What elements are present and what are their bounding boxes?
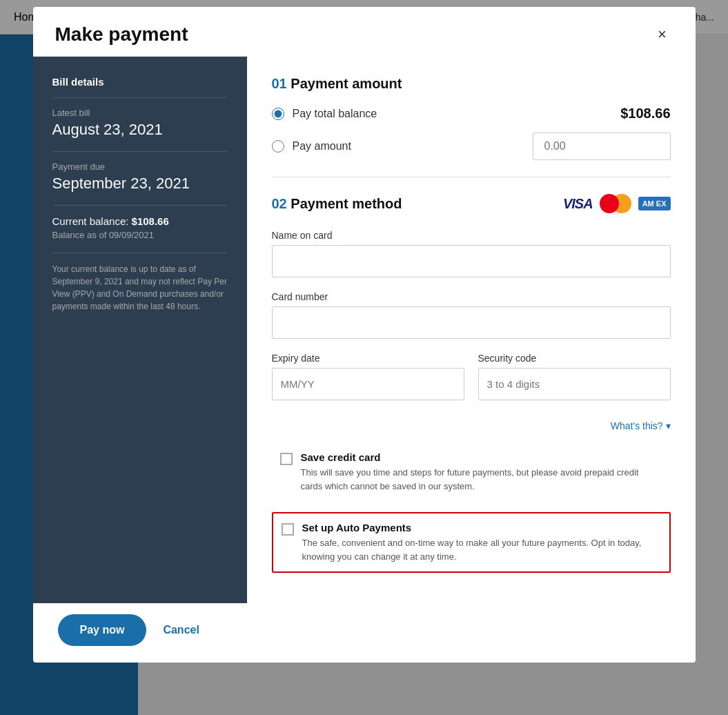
current-balance-value: $108.66 bbox=[132, 215, 169, 227]
close-icon: × bbox=[658, 26, 667, 43]
pay-amount-label: Pay amount bbox=[293, 140, 533, 153]
sidebar-divider-1 bbox=[52, 97, 228, 98]
whats-this-link[interactable]: What's this? ▾ bbox=[611, 420, 671, 431]
modal-body: Bill details Latest bill August 23, 2021… bbox=[33, 57, 696, 603]
sidebar-divider-4 bbox=[52, 253, 228, 253]
auto-payments-box: Set up Auto Payments The safe, convenien… bbox=[272, 512, 671, 573]
mastercard-red-circle bbox=[600, 194, 619, 213]
payment-due-value: September 23, 2021 bbox=[52, 175, 228, 193]
auto-payments-text: Set up Auto Payments The safe, convenien… bbox=[302, 522, 661, 563]
current-balance-label: Current balance: bbox=[52, 215, 129, 227]
auto-payments-option: Set up Auto Payments The safe, convenien… bbox=[273, 513, 669, 571]
mastercard-icon bbox=[600, 194, 631, 213]
save-credit-card-option: Save credit card This will save you time… bbox=[272, 443, 671, 501]
name-on-card-input[interactable] bbox=[272, 245, 671, 277]
whats-this-container: What's this? ▾ bbox=[272, 420, 671, 432]
save-credit-card-title: Save credit card bbox=[301, 451, 662, 463]
card-number-label: Card number bbox=[272, 291, 671, 302]
security-input[interactable] bbox=[478, 368, 671, 400]
chevron-down-icon: ▾ bbox=[666, 420, 671, 431]
security-group: Security code bbox=[478, 353, 671, 400]
payment-amount-title: 01 Payment amount bbox=[272, 76, 671, 92]
latest-bill-label: Latest bill bbox=[52, 108, 228, 118]
modal-overlay: Make payment × Bill details Latest bill … bbox=[0, 0, 728, 715]
save-credit-card-desc: This will save you time and steps for fu… bbox=[301, 466, 662, 493]
modal-title: Make payment bbox=[55, 23, 188, 46]
visa-icon: VISA bbox=[563, 196, 593, 212]
main-content: 01 Payment amount Pay total balance $108… bbox=[247, 57, 696, 603]
pay-now-button[interactable]: Pay now bbox=[58, 614, 147, 646]
security-col: Security code bbox=[478, 353, 671, 414]
pay-amount-input[interactable] bbox=[533, 133, 671, 160]
card-icons: VISA AM EX bbox=[563, 194, 671, 213]
auto-payments-desc: The safe, convenient and on-time way to … bbox=[302, 536, 661, 563]
sidebar-note: Your current balance is up to date as of… bbox=[52, 263, 228, 313]
auto-payments-title: Set up Auto Payments bbox=[302, 522, 661, 533]
cancel-link[interactable]: Cancel bbox=[163, 624, 199, 636]
expiry-security-row: Expiry date Security code bbox=[272, 353, 671, 414]
modal-header: Make payment × bbox=[33, 7, 696, 57]
current-balance-line: Current balance: $108.66 bbox=[52, 215, 228, 227]
expiry-group: Expiry date bbox=[272, 353, 464, 400]
modal-footer: Pay now Cancel bbox=[33, 603, 696, 663]
card-number-group: Card number bbox=[272, 291, 671, 339]
expiry-col: Expiry date bbox=[272, 353, 464, 414]
name-on-card-label: Name on card bbox=[272, 230, 671, 241]
sidebar-section-title: Bill details bbox=[52, 76, 228, 88]
balance-as-of: Balance as of 09/09/2021 bbox=[52, 230, 228, 240]
auto-payments-checkbox[interactable] bbox=[282, 523, 294, 536]
save-credit-card-checkbox[interactable] bbox=[280, 453, 293, 465]
amex-icon: AM EX bbox=[638, 197, 671, 210]
expiry-input[interactable] bbox=[272, 368, 464, 400]
pay-amount-radio[interactable] bbox=[272, 140, 284, 153]
sidebar-divider-3 bbox=[52, 205, 228, 206]
pay-total-balance-option: Pay total balance $108.66 bbox=[272, 106, 671, 121]
latest-bill-value: August 23, 2021 bbox=[52, 121, 228, 139]
pay-amount-option: Pay amount bbox=[272, 133, 671, 160]
payment-due-label: Payment due bbox=[52, 161, 228, 172]
card-number-input[interactable] bbox=[272, 306, 671, 339]
bill-details-sidebar: Bill details Latest bill August 23, 2021… bbox=[33, 57, 247, 603]
pay-total-balance-amount: $108.66 bbox=[620, 106, 670, 121]
pay-total-balance-label: Pay total balance bbox=[293, 108, 621, 120]
security-label: Security code bbox=[478, 353, 671, 364]
payment-method-header: 02 Payment method VISA AM EX bbox=[272, 194, 671, 213]
sidebar-divider-2 bbox=[52, 151, 228, 152]
close-button[interactable]: × bbox=[651, 23, 673, 46]
section-divider bbox=[272, 177, 671, 177]
payment-method-title: 02 Payment method bbox=[272, 196, 402, 212]
modal: Make payment × Bill details Latest bill … bbox=[33, 7, 696, 663]
pay-total-balance-radio[interactable] bbox=[272, 108, 284, 120]
expiry-label: Expiry date bbox=[272, 353, 464, 364]
whats-this-label: What's this? bbox=[611, 420, 663, 431]
save-credit-card-text: Save credit card This will save you time… bbox=[301, 451, 662, 493]
name-on-card-group: Name on card bbox=[272, 230, 671, 277]
